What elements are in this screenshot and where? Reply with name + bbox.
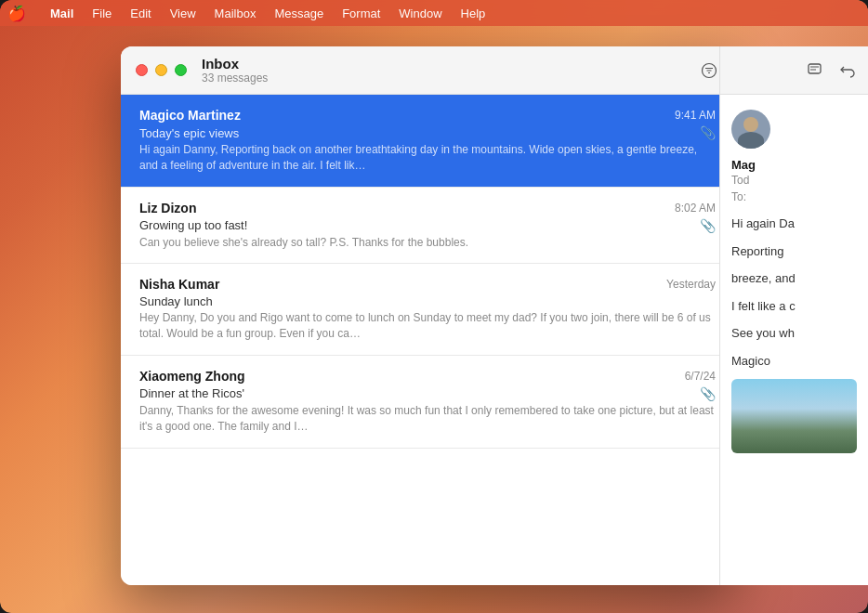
- email-time-3: Yesterday: [666, 278, 716, 291]
- email-sender-2: Liz Dizon: [139, 201, 196, 215]
- detail-line-3: breeze, and: [731, 269, 857, 288]
- detail-landscape-image: [731, 379, 857, 453]
- detail-sender-name: Mag: [731, 158, 857, 172]
- attachment-icon-2: 📎: [700, 218, 716, 233]
- detail-body: Mag Tod To: Hi again Da Reporting breeze…: [720, 95, 868, 468]
- window-title-area: Inbox 33 messages: [202, 56, 699, 85]
- compose-new-icon[interactable]: [805, 60, 825, 81]
- detail-panel: Mag Tod To: Hi again Da Reporting breeze…: [719, 46, 868, 585]
- menubar-item-view[interactable]: View: [161, 5, 205, 22]
- email-preview-2: Can you believe she's already so tall? P…: [139, 235, 716, 251]
- detail-line-4: I felt like a c: [731, 297, 857, 316]
- email-preview-3: Hey Danny, Do you and Rigo want to come …: [139, 310, 716, 342]
- email-list: Magico Martinez 9:41 AM Today's epic vie…: [121, 95, 734, 585]
- email-time-1: 9:41 AM: [675, 109, 716, 122]
- email-item-1[interactable]: Magico Martinez 9:41 AM Today's epic vie…: [121, 95, 734, 188]
- traffic-lights: [136, 64, 187, 76]
- email-item-3[interactable]: Nisha Kumar Yesterday Sunday lunch Hey D…: [121, 264, 734, 356]
- detail-header: [720, 46, 868, 95]
- email-header-row-3: Nisha Kumar Yesterday: [139, 277, 716, 292]
- menubar-item-help[interactable]: Help: [452, 5, 495, 22]
- detail-line-1: Hi again Da: [731, 215, 857, 233]
- email-sender-3: Nisha Kumar: [139, 277, 219, 292]
- window-toolbar-right: [699, 60, 719, 81]
- menubar: 🍎 Mail File Edit View Mailbox Message Fo…: [0, 0, 868, 26]
- detail-line-5: See you wh: [731, 324, 857, 343]
- email-subject-2: Growing up too fast!: [139, 218, 247, 232]
- email-sender-4: Xiaomeng Zhong: [139, 369, 245, 384]
- filter-icon[interactable]: [699, 60, 719, 81]
- email-preview-1: Hi again Danny, Reporting back on anothe…: [139, 142, 716, 174]
- email-time-4: 6/7/24: [685, 370, 716, 383]
- email-time-2: 8:02 AM: [675, 202, 716, 215]
- close-button[interactable]: [136, 64, 148, 76]
- minimize-button[interactable]: [155, 64, 167, 76]
- attachment-icon-4: 📎: [700, 386, 716, 401]
- email-subject-3: Sunday lunch: [139, 294, 213, 308]
- detail-body-text: Hi again Da Reporting breeze, and I felt…: [731, 215, 857, 370]
- menubar-item-window[interactable]: Window: [389, 5, 451, 22]
- menubar-item-mailbox[interactable]: Mailbox: [205, 5, 266, 22]
- reply-icon[interactable]: [836, 60, 857, 81]
- attachment-icon-1: 📎: [700, 125, 716, 140]
- email-sender-1: Magico Martinez: [139, 108, 241, 123]
- detail-line-2: Reporting: [731, 242, 857, 261]
- menubar-item-format[interactable]: Format: [333, 5, 389, 22]
- window-titlebar: Inbox 33 messages: [121, 46, 734, 95]
- menubar-items: Mail File Edit View Mailbox Message Form…: [41, 5, 494, 22]
- email-subject-row-1: Today's epic views 📎: [139, 125, 716, 140]
- maximize-button[interactable]: [175, 64, 187, 76]
- sender-avatar: [731, 110, 770, 149]
- apple-menu-icon[interactable]: 🍎: [7, 5, 26, 22]
- email-header-row-2: Liz Dizon 8:02 AM: [139, 201, 716, 215]
- mail-window: Inbox 33 messages Magico Martinez 9:41 A…: [121, 46, 734, 585]
- menubar-item-message[interactable]: Message: [265, 5, 333, 22]
- window-subtitle: 33 messages: [202, 72, 699, 85]
- email-preview-4: Danny, Thanks for the awesome evening! I…: [139, 403, 716, 435]
- email-item-2[interactable]: Liz Dizon 8:02 AM Growing up too fast! 📎…: [121, 188, 734, 265]
- email-subject-row-2: Growing up too fast! 📎: [139, 218, 716, 233]
- detail-today: Tod: [731, 174, 857, 187]
- email-subject-4: Dinner at the Ricos': [139, 386, 244, 400]
- menubar-item-file[interactable]: File: [83, 5, 121, 22]
- menubar-item-mail[interactable]: Mail: [41, 5, 83, 22]
- window-title: Inbox: [202, 56, 699, 72]
- detail-to: To:: [731, 190, 857, 203]
- email-header-row-1: Magico Martinez 9:41 AM: [139, 108, 716, 123]
- email-subject-1: Today's epic views: [139, 126, 239, 140]
- detail-signature: Magico: [731, 352, 857, 371]
- email-header-row-4: Xiaomeng Zhong 6/7/24: [139, 369, 716, 384]
- email-subject-row-4: Dinner at the Ricos' 📎: [139, 386, 716, 401]
- menubar-item-edit[interactable]: Edit: [121, 5, 160, 22]
- email-subject-row-3: Sunday lunch: [139, 294, 716, 308]
- email-item-4[interactable]: Xiaomeng Zhong 6/7/24 Dinner at the Rico…: [121, 356, 734, 449]
- svg-rect-4: [809, 64, 821, 73]
